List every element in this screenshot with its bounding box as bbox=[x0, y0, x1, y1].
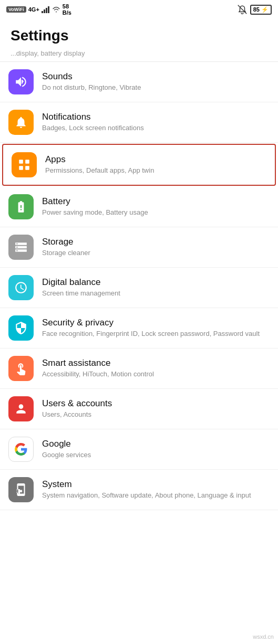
security-title: Security & privacy bbox=[42, 318, 270, 328]
svg-rect-6 bbox=[25, 160, 29, 164]
digital-balance-icon bbox=[14, 281, 28, 294]
watermark: wsxd.cn bbox=[253, 634, 274, 640]
digital-balance-subtitle: Screen time management bbox=[42, 289, 270, 298]
scroll-hint: ...display, battery display bbox=[0, 49, 278, 62]
smart-assistance-icon bbox=[14, 362, 28, 375]
sounds-subtitle: Do not disturb, Ringtone, Vibrate bbox=[42, 83, 270, 92]
svg-rect-5 bbox=[19, 160, 23, 164]
system-icon bbox=[14, 483, 28, 497]
users-accounts-text: Users & accounts Users, Accounts bbox=[42, 398, 270, 419]
apps-subtitle: Permissions, Default apps, App twin bbox=[45, 166, 266, 175]
settings-item-smart-assistance[interactable]: Smart assistance Accessibility, HiTouch,… bbox=[0, 349, 278, 389]
smart-assistance-icon-wrap bbox=[8, 356, 34, 381]
svg-line-4 bbox=[238, 5, 246, 14]
settings-item-digital-balance[interactable]: Digital balance Screen time management bbox=[0, 268, 278, 308]
security-icon bbox=[14, 321, 28, 335]
page-title: Settings bbox=[0, 19, 278, 49]
battery-indicator: 85 ⚡ bbox=[250, 5, 272, 15]
notifications-subtitle: Badges, Lock screen notifications bbox=[42, 123, 270, 133]
sound-icon bbox=[14, 75, 28, 89]
google-text: Google Google services bbox=[42, 439, 270, 460]
settings-item-system[interactable]: System System navigation, Software updat… bbox=[0, 470, 278, 510]
google-icon bbox=[14, 442, 28, 456]
svg-rect-1 bbox=[44, 9, 45, 13]
users-accounts-title: Users & accounts bbox=[42, 398, 270, 409]
svg-rect-0 bbox=[42, 11, 43, 13]
system-icon-wrap bbox=[8, 477, 34, 502]
sounds-icon-wrap bbox=[8, 69, 34, 94]
battery-subtitle: Power saving mode, Battery usage bbox=[42, 208, 270, 217]
settings-item-sounds[interactable]: Sounds Do not disturb, Ringtone, Vibrate bbox=[0, 62, 278, 102]
status-left: VoWiFi 4G+ 58B/s bbox=[6, 3, 71, 16]
svg-rect-2 bbox=[46, 8, 47, 13]
wifi-icon bbox=[52, 6, 60, 13]
settings-list: Sounds Do not disturb, Ringtone, Vibrate… bbox=[0, 62, 278, 510]
sounds-text: Sounds Do not disturb, Ringtone, Vibrate bbox=[42, 71, 270, 92]
notification-icon bbox=[14, 115, 28, 129]
signal-icon bbox=[42, 6, 50, 13]
apps-title: Apps bbox=[45, 154, 266, 165]
settings-item-battery[interactable]: Battery Power saving mode, Battery usage bbox=[0, 187, 278, 227]
digital-balance-icon-wrap bbox=[8, 275, 34, 300]
svg-rect-7 bbox=[19, 166, 23, 170]
users-accounts-subtitle: Users, Accounts bbox=[42, 410, 270, 419]
security-icon-wrap bbox=[8, 315, 34, 341]
system-subtitle: System navigation, Software update, Abou… bbox=[42, 491, 270, 500]
network-type: 4G+ bbox=[28, 6, 39, 13]
battery-text: Battery Power saving mode, Battery usage bbox=[42, 196, 270, 217]
battery-title: Battery bbox=[42, 196, 270, 207]
smart-assistance-title: Smart assistance bbox=[42, 358, 270, 368]
storage-icon-wrap bbox=[8, 235, 34, 260]
apps-icon bbox=[17, 158, 31, 172]
digital-balance-text: Digital balance Screen time management bbox=[42, 277, 270, 298]
network-speed: 58B/s bbox=[63, 3, 71, 16]
apps-icon-wrap bbox=[12, 152, 37, 177]
google-icon-wrap bbox=[8, 437, 34, 462]
settings-item-users-accounts[interactable]: Users & accounts Users, Accounts bbox=[0, 389, 278, 429]
security-subtitle: Face recognition, Fingerprint ID, Lock s… bbox=[42, 329, 270, 339]
svg-rect-8 bbox=[25, 166, 29, 170]
users-icon bbox=[14, 402, 28, 416]
notifications-text: Notifications Badges, Lock screen notifi… bbox=[42, 112, 270, 133]
digital-balance-title: Digital balance bbox=[42, 277, 270, 288]
google-subtitle: Google services bbox=[42, 450, 270, 460]
smart-assistance-subtitle: Accessibility, HiTouch, Motion control bbox=[42, 369, 270, 379]
settings-item-google[interactable]: Google Google services bbox=[0, 429, 278, 470]
security-text: Security & privacy Face recognition, Fin… bbox=[42, 318, 270, 339]
smart-assistance-text: Smart assistance Accessibility, HiTouch,… bbox=[42, 358, 270, 379]
svg-rect-3 bbox=[48, 6, 49, 13]
sounds-title: Sounds bbox=[42, 71, 270, 82]
settings-item-storage[interactable]: Storage Storage cleaner bbox=[0, 227, 278, 268]
settings-item-security[interactable]: Security & privacy Face recognition, Fin… bbox=[0, 308, 278, 349]
notifications-title: Notifications bbox=[42, 112, 270, 122]
system-title: System bbox=[42, 479, 270, 490]
system-text: System System navigation, Software updat… bbox=[42, 479, 270, 500]
storage-subtitle: Storage cleaner bbox=[42, 248, 270, 258]
settings-item-apps[interactable]: Apps Permissions, Default apps, App twin bbox=[2, 144, 276, 186]
google-title: Google bbox=[42, 439, 270, 449]
storage-icon bbox=[14, 240, 28, 254]
storage-title: Storage bbox=[42, 237, 270, 247]
mute-icon bbox=[238, 5, 247, 14]
vowifi-badge: VoWiFi bbox=[6, 6, 26, 13]
apps-text: Apps Permissions, Default apps, App twin bbox=[45, 154, 266, 175]
users-icon-wrap bbox=[8, 396, 34, 421]
status-right: 85 ⚡ bbox=[238, 5, 272, 15]
battery-icon-wrap bbox=[8, 194, 34, 219]
storage-text: Storage Storage cleaner bbox=[42, 237, 270, 258]
settings-item-notifications[interactable]: Notifications Badges, Lock screen notifi… bbox=[0, 102, 278, 143]
status-bar: VoWiFi 4G+ 58B/s 85 ⚡ bbox=[0, 0, 278, 19]
notifications-icon-wrap bbox=[8, 110, 34, 135]
battery-icon bbox=[14, 200, 28, 214]
